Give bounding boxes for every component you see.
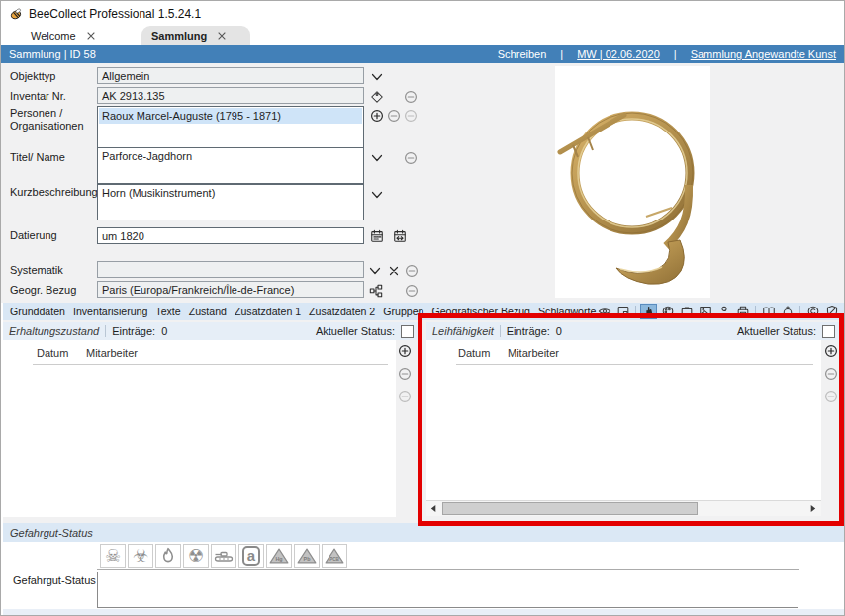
circle-minus-icon[interactable] [404,283,419,298]
tab-schlagworte[interactable]: Schlagworte [538,306,596,317]
hazard-pcb-icon[interactable]: PCB [322,544,347,568]
circle-plus-icon[interactable] [398,344,412,360]
tag-icon[interactable] [369,89,384,104]
record-form: Objekttyp Allgemein Inventar Nr. AK 2913… [1,63,844,303]
circle-minus-icon[interactable] [403,89,418,104]
tab-sammlung[interactable]: Sammlung [141,26,250,45]
titel-name-label: Titel/ Name [10,151,93,164]
beecollect-window: BeeCollect Professional 1.5.24.1 Welcome… [0,0,845,616]
tab-texte[interactable]: Texte [155,306,180,317]
close-icon[interactable] [217,31,227,41]
clear-x-icon[interactable] [386,263,401,278]
circle-minus-icon[interactable] [403,108,418,123]
tab-welcome-label: Welcome [31,30,76,42]
inventar-nr-input[interactable]: AK 2913.135 [97,87,364,104]
circle-minus-icon[interactable] [398,367,412,383]
tab-zusatzdaten-1[interactable]: Zusatzdaten 1 [235,306,301,317]
case-icon[interactable] [678,304,695,319]
column-header-datum[interactable]: Datum [458,347,490,359]
palette-icon[interactable] [659,304,676,319]
hazard-flammable-icon[interactable] [155,544,181,568]
printer-icon[interactable] [734,304,751,319]
image-caption-icon[interactable] [697,304,713,319]
erhaltungszustand-table[interactable]: Datum Mitarbeiter [3,340,396,517]
circle-plus-icon[interactable] [369,108,384,123]
circle-minus-icon[interactable] [386,108,401,123]
tab-geografischer-bezug[interactable]: Geografischer Bezug [431,306,530,317]
hazard-mercury-icon[interactable]: Hg [266,544,292,568]
aktueller-status-checkbox[interactable] [822,325,835,338]
hand-condition-icon[interactable] [640,304,657,319]
circle-minus-icon[interactable] [824,367,838,383]
horizontal-scrollbar[interactable] [426,500,821,516]
scroll-right-arrow[interactable] [805,501,820,516]
systematik-label: Systematik [10,264,93,277]
objekttyp-input[interactable]: Allgemein [97,67,364,84]
aktueller-status-checkbox[interactable] [401,325,414,338]
titel-name-input[interactable]: Parforce-Jagdhorn [97,147,364,184]
orb-icon[interactable] [779,304,796,319]
tab-grunddaten[interactable]: Grunddaten [10,306,65,317]
circle-minus-icon[interactable] [824,390,838,405]
circle-minus-icon[interactable] [404,263,419,278]
gefahrgut-section-header: Gefahrgut-Status [3,523,844,542]
column-header-mitarbeiter[interactable]: Mitarbeiter [508,347,559,359]
collection-link[interactable]: Sammlung Angewandte Kunst [691,48,836,60]
aktueller-status-label: Aktueller Status: [316,325,395,337]
toolbar-separator [799,306,800,318]
hazard-tank-icon[interactable] [211,544,236,568]
scrollbar-thumb[interactable] [442,502,698,515]
calendar-range-icon[interactable] [392,228,407,243]
hierarchy-icon[interactable] [368,283,383,298]
leihfaehigkeit-table[interactable]: Datum Mitarbeiter [426,340,821,500]
chevron-down-icon[interactable] [367,263,382,278]
ribbon-toolbar [596,304,845,319]
object-photo[interactable] [555,66,710,298]
skull-glyph: ☠ [105,545,121,567]
window-title: BeeCollect Professional 1.5.24.1 [29,7,201,21]
datierung-input[interactable]: um 1820 [97,227,364,244]
tab-gruppen[interactable]: Gruppen [383,306,423,317]
book-icon[interactable] [760,304,777,319]
person-statue-icon[interactable] [715,304,732,319]
tab-sammlung-label: Sammlung [151,30,207,42]
tab-inventarisierung[interactable]: Inventarisierung [73,306,147,317]
geogr-bezug-input[interactable]: Paris (Europa/Frankreich/Île-de-France) [97,281,364,298]
scroll-left-arrow[interactable] [426,501,441,516]
copyright-icon[interactable] [804,304,821,319]
tab-zusatzdaten-2[interactable]: Zusatzdaten 2 [309,306,375,317]
chevron-down-icon[interactable] [369,150,384,165]
app-logo-bee-icon [9,7,23,21]
calendar-icon[interactable] [369,228,384,243]
record-title: Sammlung | ID 58 [9,48,96,60]
kurzbeschreibung-input[interactable]: Horn (Musikinstrument) [97,184,364,220]
column-header-mitarbeiter[interactable]: Mitarbeiter [86,347,138,359]
close-icon[interactable] [86,31,96,41]
circle-plus-icon[interactable] [824,344,838,360]
tab-zustand[interactable]: Zustand [189,306,227,317]
eye-icon[interactable] [596,304,612,319]
chevron-down-icon[interactable] [369,187,384,202]
divider [105,325,106,337]
circle-minus-icon[interactable] [398,390,412,405]
circle-minus-icon[interactable] [403,150,418,165]
hazard-biohazard-icon[interactable]: ☣ [128,544,153,568]
hazard-lead-icon[interactable]: Pb [294,544,320,568]
gefahrgut-status-textarea[interactable] [97,572,798,608]
chevron-down-icon[interactable] [369,69,384,84]
column-header-datum[interactable]: Datum [37,347,68,359]
shield-icon[interactable] [823,304,840,319]
media-frame-icon[interactable] [614,304,631,319]
hazard-toxic-skull-icon[interactable]: ☠ [100,544,126,568]
column-divider [456,364,813,365]
personen-list-item[interactable]: Raoux Marcel-Auguste (1795 - 1871) [99,108,362,124]
hazard-asbestos-a-icon[interactable]: a [238,544,264,568]
column-divider [33,364,388,365]
tab-welcome[interactable]: Welcome [21,26,140,45]
hazard-icon-row: ☠ ☣ ☢ a Hg Pb PCB [100,544,347,568]
kurzbeschreibung-label: Kurzbeschreibung [10,186,93,199]
hazard-radioactive-icon[interactable]: ☢ [183,544,209,568]
erhaltungszustand-header: Erhaltungszustand Einträge: 0 Aktueller … [3,322,418,340]
systematik-input[interactable] [97,261,364,278]
user-date-link[interactable]: MW | 02.06.2020 [577,48,660,60]
